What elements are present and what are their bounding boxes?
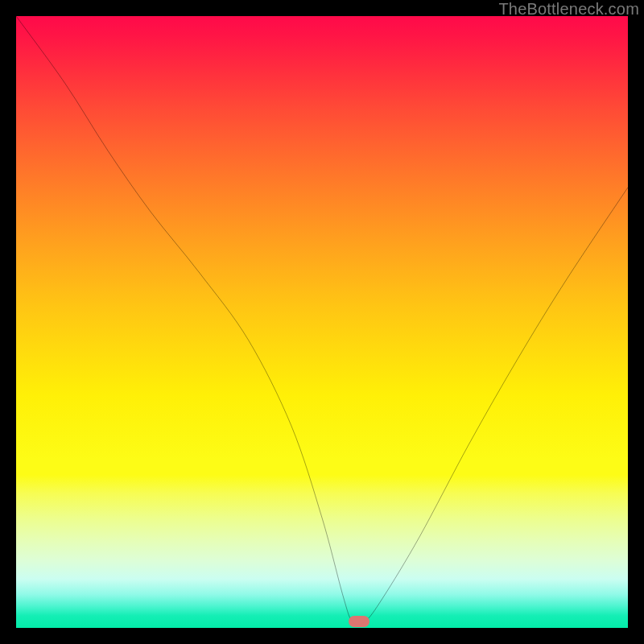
plot-area — [16, 16, 628, 628]
bottleneck-curve-svg — [16, 16, 628, 628]
chart-container: TheBottleneck.com — [0, 0, 644, 644]
bottleneck-curve-path — [16, 16, 628, 625]
optimal-point-marker — [349, 616, 369, 627]
